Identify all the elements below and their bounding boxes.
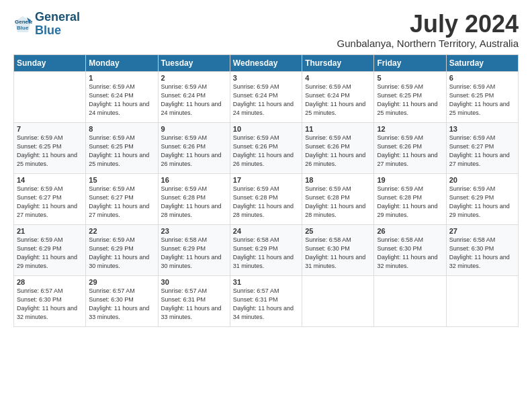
day-detail: Sunrise: 6:57 AM Sunset: 6:31 PM Dayligh…: [233, 287, 299, 322]
day-detail: Sunrise: 6:58 AM Sunset: 6:30 PM Dayligh…: [449, 236, 515, 271]
day-number: 27: [449, 227, 515, 235]
day-cell: 30Sunrise: 6:57 AM Sunset: 6:31 PM Dayli…: [158, 275, 230, 326]
day-detail: Sunrise: 6:59 AM Sunset: 6:24 PM Dayligh…: [89, 83, 154, 118]
day-detail: Sunrise: 6:59 AM Sunset: 6:24 PM Dayligh…: [233, 83, 299, 118]
day-detail: Sunrise: 6:59 AM Sunset: 6:26 PM Dayligh…: [233, 134, 299, 169]
logo-blue: Blue: [35, 24, 61, 37]
day-detail: Sunrise: 6:57 AM Sunset: 6:31 PM Dayligh…: [161, 287, 227, 322]
day-detail: Sunrise: 6:59 AM Sunset: 6:29 PM Dayligh…: [89, 236, 154, 271]
day-number: 12: [377, 125, 443, 133]
day-detail: Sunrise: 6:59 AM Sunset: 6:27 PM Dayligh…: [449, 134, 515, 169]
header-row: Sunday Monday Tuesday Wednesday Thursday…: [14, 54, 519, 71]
logo-general: General: [35, 10, 80, 24]
col-friday: Friday: [374, 54, 446, 71]
day-detail: Sunrise: 6:59 AM Sunset: 6:28 PM Dayligh…: [377, 185, 443, 220]
day-number: 16: [161, 176, 227, 184]
page: General Blue General Blue July 2024 Gunb…: [0, 0, 532, 411]
day-detail: Sunrise: 6:59 AM Sunset: 6:26 PM Dayligh…: [305, 134, 371, 169]
day-number: 23: [161, 227, 227, 235]
day-cell: 16Sunrise: 6:59 AM Sunset: 6:28 PM Dayli…: [158, 173, 230, 224]
logo-icon: General Blue: [13, 15, 32, 34]
svg-text:Blue: Blue: [17, 25, 29, 31]
day-cell: 6Sunrise: 6:59 AM Sunset: 6:25 PM Daylig…: [446, 71, 518, 122]
day-number: 28: [17, 278, 83, 286]
day-number: 6: [449, 74, 515, 82]
day-detail: Sunrise: 6:59 AM Sunset: 6:28 PM Dayligh…: [305, 185, 371, 220]
day-cell: 13Sunrise: 6:59 AM Sunset: 6:27 PM Dayli…: [446, 122, 518, 173]
day-number: 5: [377, 74, 443, 82]
day-cell: 31Sunrise: 6:57 AM Sunset: 6:31 PM Dayli…: [230, 275, 302, 326]
day-number: 25: [305, 227, 371, 235]
day-number: 9: [161, 125, 227, 133]
calendar-table: Sunday Monday Tuesday Wednesday Thursday…: [13, 54, 519, 327]
day-number: 29: [89, 278, 154, 286]
col-thursday: Thursday: [302, 54, 374, 71]
day-cell: 10Sunrise: 6:59 AM Sunset: 6:26 PM Dayli…: [230, 122, 302, 173]
day-detail: Sunrise: 6:59 AM Sunset: 6:25 PM Dayligh…: [17, 134, 83, 169]
day-cell: 18Sunrise: 6:59 AM Sunset: 6:28 PM Dayli…: [302, 173, 374, 224]
day-detail: Sunrise: 6:59 AM Sunset: 6:27 PM Dayligh…: [17, 185, 83, 220]
day-detail: Sunrise: 6:59 AM Sunset: 6:25 PM Dayligh…: [89, 134, 154, 169]
day-number: 7: [17, 125, 83, 133]
day-cell: 29Sunrise: 6:57 AM Sunset: 6:30 PM Dayli…: [86, 275, 158, 326]
day-cell: [374, 275, 446, 326]
header: General Blue General Blue July 2024 Gunb…: [13, 11, 519, 49]
day-detail: Sunrise: 6:59 AM Sunset: 6:25 PM Dayligh…: [377, 83, 443, 118]
day-detail: Sunrise: 6:59 AM Sunset: 6:26 PM Dayligh…: [377, 134, 443, 169]
day-number: 20: [449, 176, 515, 184]
day-number: 8: [89, 125, 154, 133]
col-monday: Monday: [86, 54, 158, 71]
day-detail: Sunrise: 6:59 AM Sunset: 6:25 PM Dayligh…: [449, 83, 515, 118]
day-cell: 27Sunrise: 6:58 AM Sunset: 6:30 PM Dayli…: [446, 224, 518, 275]
day-number: 30: [161, 278, 227, 286]
day-detail: Sunrise: 6:58 AM Sunset: 6:29 PM Dayligh…: [161, 236, 227, 271]
day-cell: 9Sunrise: 6:59 AM Sunset: 6:26 PM Daylig…: [158, 122, 230, 173]
day-detail: Sunrise: 6:59 AM Sunset: 6:24 PM Dayligh…: [161, 83, 227, 118]
day-cell: 7Sunrise: 6:59 AM Sunset: 6:25 PM Daylig…: [14, 122, 86, 173]
day-number: 11: [305, 125, 371, 133]
day-number: 26: [377, 227, 443, 235]
day-cell: 19Sunrise: 6:59 AM Sunset: 6:28 PM Dayli…: [374, 173, 446, 224]
week-row-5: 28Sunrise: 6:57 AM Sunset: 6:30 PM Dayli…: [14, 275, 519, 326]
day-detail: Sunrise: 6:59 AM Sunset: 6:26 PM Dayligh…: [161, 134, 227, 169]
day-cell: 20Sunrise: 6:59 AM Sunset: 6:29 PM Dayli…: [446, 173, 518, 224]
title-block: July 2024 Gunbalanya, Northern Territory…: [337, 11, 519, 49]
day-number: 2: [161, 74, 227, 82]
day-detail: Sunrise: 6:58 AM Sunset: 6:29 PM Dayligh…: [233, 236, 299, 271]
day-detail: Sunrise: 6:57 AM Sunset: 6:30 PM Dayligh…: [17, 287, 83, 322]
day-cell: 24Sunrise: 6:58 AM Sunset: 6:29 PM Dayli…: [230, 224, 302, 275]
day-number: 19: [377, 176, 443, 184]
day-detail: Sunrise: 6:58 AM Sunset: 6:30 PM Dayligh…: [377, 236, 443, 271]
day-cell: 15Sunrise: 6:59 AM Sunset: 6:27 PM Dayli…: [86, 173, 158, 224]
day-number: 4: [305, 74, 371, 82]
day-number: 13: [449, 125, 515, 133]
logo-text: General Blue: [35, 11, 80, 38]
day-detail: Sunrise: 6:58 AM Sunset: 6:30 PM Dayligh…: [305, 236, 371, 271]
day-cell: 12Sunrise: 6:59 AM Sunset: 6:26 PM Dayli…: [374, 122, 446, 173]
col-wednesday: Wednesday: [230, 54, 302, 71]
day-cell: 1Sunrise: 6:59 AM Sunset: 6:24 PM Daylig…: [86, 71, 158, 122]
day-number: 18: [305, 176, 371, 184]
day-cell: 2Sunrise: 6:59 AM Sunset: 6:24 PM Daylig…: [158, 71, 230, 122]
day-detail: Sunrise: 6:59 AM Sunset: 6:27 PM Dayligh…: [89, 185, 154, 220]
day-cell: [302, 275, 374, 326]
day-cell: 14Sunrise: 6:59 AM Sunset: 6:27 PM Dayli…: [14, 173, 86, 224]
day-number: 21: [17, 227, 83, 235]
day-cell: 26Sunrise: 6:58 AM Sunset: 6:30 PM Dayli…: [374, 224, 446, 275]
day-number: 22: [89, 227, 154, 235]
day-detail: Sunrise: 6:59 AM Sunset: 6:28 PM Dayligh…: [233, 185, 299, 220]
week-row-1: 1Sunrise: 6:59 AM Sunset: 6:24 PM Daylig…: [14, 71, 519, 122]
day-cell: 11Sunrise: 6:59 AM Sunset: 6:26 PM Dayli…: [302, 122, 374, 173]
day-number: 24: [233, 227, 299, 235]
main-title: July 2024: [337, 11, 519, 38]
subtitle: Gunbalanya, Northern Territory, Australi…: [337, 38, 519, 49]
day-number: 14: [17, 176, 83, 184]
day-cell: 3Sunrise: 6:59 AM Sunset: 6:24 PM Daylig…: [230, 71, 302, 122]
day-cell: 4Sunrise: 6:59 AM Sunset: 6:24 PM Daylig…: [302, 71, 374, 122]
day-cell: [446, 275, 518, 326]
day-cell: 8Sunrise: 6:59 AM Sunset: 6:25 PM Daylig…: [86, 122, 158, 173]
day-detail: Sunrise: 6:59 AM Sunset: 6:28 PM Dayligh…: [161, 185, 227, 220]
col-tuesday: Tuesday: [158, 54, 230, 71]
col-saturday: Saturday: [446, 54, 518, 71]
day-detail: Sunrise: 6:59 AM Sunset: 6:29 PM Dayligh…: [17, 236, 83, 271]
